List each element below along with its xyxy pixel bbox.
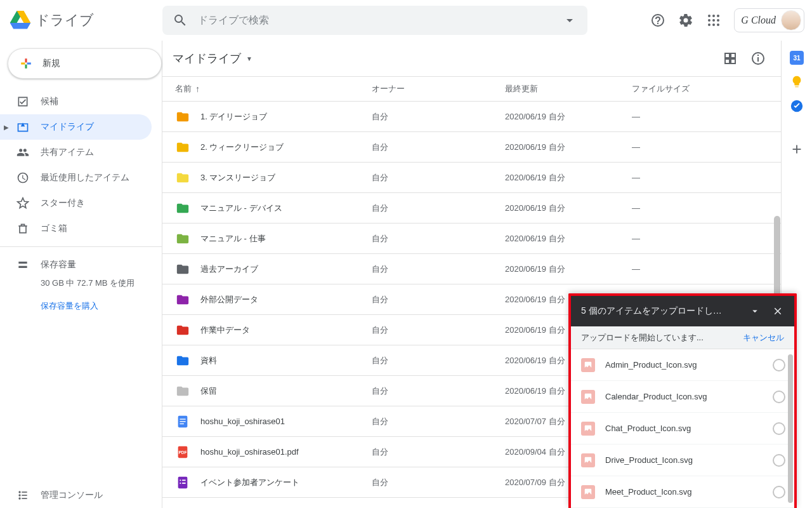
tasks-app-icon[interactable] <box>790 99 804 113</box>
search-options-icon[interactable] <box>557 8 582 33</box>
sidebar-item-label: 最近使用したアイテム <box>41 172 129 184</box>
logo-block[interactable]: ドライブ <box>8 8 162 33</box>
upload-file-name: Meet_Product_Icon.svg <box>605 487 773 497</box>
sidebar-item-suggestions[interactable]: 候補 <box>0 89 152 114</box>
svg-rect-26 <box>182 479 186 481</box>
file-name: 2. ウィークリージョブ <box>200 142 372 153</box>
file-name: 作業中データ <box>200 324 372 336</box>
file-owner: 自分 <box>372 385 505 397</box>
new-button[interactable]: 新規 <box>8 48 162 79</box>
sidebar-item-storage[interactable]: 保存容量 <box>16 252 154 277</box>
keep-app-icon[interactable] <box>790 75 804 89</box>
file-row[interactable]: 3. マンスリージョブ 自分 2020/06/19 自分 — <box>162 163 781 193</box>
file-size: — <box>632 112 771 121</box>
col-modified[interactable]: 最終更新 <box>505 83 632 95</box>
svg-point-11 <box>18 497 20 499</box>
image-file-icon <box>581 358 595 372</box>
calendar-app-icon[interactable]: 31 <box>790 51 804 65</box>
sidebar-item-starred[interactable]: スター付き <box>0 190 152 216</box>
avatar <box>781 10 801 30</box>
svg-point-1 <box>712 15 715 17</box>
svg-rect-19 <box>180 418 185 419</box>
image-file-icon <box>581 422 595 436</box>
file-modified: 2020/06/19 自分 <box>505 233 632 244</box>
upload-item[interactable]: Drive_Product_Icon.svg <box>571 444 794 476</box>
col-owner[interactable]: オーナー <box>372 83 505 95</box>
upload-scrollbar-thumb[interactable] <box>788 354 793 503</box>
search-bar[interactable] <box>162 6 587 35</box>
file-row[interactable]: 1. デイリージョブ 自分 2020/06/19 自分 — <box>162 102 781 132</box>
sidebar-item-mydrive[interactable]: ▶ マイドライブ <box>0 114 152 140</box>
folder-icon <box>175 140 190 155</box>
file-modified: 2020/06/19 自分 <box>505 142 632 153</box>
upload-item[interactable]: Admin_Product_Icon.svg <box>571 349 794 381</box>
storage-label: 保存容量 <box>41 259 76 271</box>
file-owner: 自分 <box>372 172 505 184</box>
upload-item[interactable]: Chat_Product_Icon.svg <box>571 413 794 444</box>
file-row[interactable]: マニュアル - デバイス 自分 2020/06/19 自分 — <box>162 193 781 224</box>
upload-file-name: Chat_Product_Icon.svg <box>605 424 773 433</box>
doc-icon <box>175 414 190 429</box>
col-name[interactable]: 名前 ↑ <box>175 83 372 95</box>
svg-rect-13 <box>22 495 27 496</box>
file-name: マニュアル - デバイス <box>200 203 372 214</box>
file-row[interactable]: マニュアル - 仕事 自分 2020/06/19 自分 — <box>162 224 781 254</box>
storage-block: 保存容量 30 GB 中 72.7 MB を使用 保存容量を購入 <box>0 252 162 312</box>
upload-title: 5 個のアイテムをアップロードし… <box>581 305 743 317</box>
svg-text:PDF: PDF <box>179 450 187 454</box>
file-name: 3. マンスリージョブ <box>200 172 372 184</box>
file-owner: 自分 <box>372 203 505 214</box>
account-chip[interactable]: G Cloud <box>734 8 804 32</box>
sidebar-item-shared[interactable]: 共有アイテム <box>0 140 152 165</box>
image-file-icon <box>581 485 595 499</box>
svg-rect-25 <box>180 479 181 481</box>
upload-item[interactable]: Calendar_Product_Icon.svg <box>571 381 794 413</box>
buy-storage-link[interactable]: 保存容量を購入 <box>41 300 154 312</box>
search-input[interactable] <box>193 15 557 26</box>
apps-icon[interactable] <box>701 8 726 33</box>
svg-rect-14 <box>22 498 27 499</box>
svg-point-0 <box>708 15 710 17</box>
sort-arrow-icon: ↑ <box>195 84 200 94</box>
svg-rect-27 <box>180 483 181 484</box>
folder-icon <box>175 170 190 185</box>
grid-view-icon[interactable] <box>717 46 743 71</box>
add-app-icon[interactable] <box>790 142 804 158</box>
sidebar-item-label: スター付き <box>41 197 85 209</box>
svg-rect-12 <box>22 491 27 493</box>
breadcrumb-label: マイドライブ <box>173 51 241 66</box>
upload-item[interactable]: Meet_Product_Icon.svg <box>571 476 794 508</box>
sidebar-item-trash[interactable]: ゴミ箱 <box>0 216 152 241</box>
svg-point-8 <box>717 23 719 26</box>
svg-rect-17 <box>757 55 759 56</box>
new-button-label: 新規 <box>43 58 60 69</box>
file-size: — <box>632 203 771 213</box>
image-file-icon <box>581 453 595 467</box>
file-name: 保留 <box>200 385 372 397</box>
file-name: 1. デイリージョブ <box>200 111 372 123</box>
sidebar-item-recent[interactable]: 最近使用したアイテム <box>0 165 152 190</box>
col-size[interactable]: ファイルサイズ <box>632 83 771 95</box>
sidebar-item-label: 共有アイテム <box>41 147 94 158</box>
folder-icon <box>175 353 190 368</box>
search-icon[interactable] <box>167 8 193 33</box>
help-icon[interactable] <box>645 8 671 33</box>
file-row[interactable]: 過去アーカイブ 自分 2020/06/19 自分 — <box>162 254 781 284</box>
svg-rect-20 <box>180 421 185 422</box>
breadcrumb[interactable]: マイドライブ ▼ <box>173 51 252 66</box>
file-size: — <box>632 264 771 274</box>
info-icon[interactable] <box>745 46 771 71</box>
upload-cancel-button[interactable]: キャンセル <box>743 332 784 344</box>
file-row[interactable]: 2. ウィークリージョブ 自分 2020/06/19 自分 — <box>162 132 781 163</box>
sidebar-item-admin[interactable]: 管理コンソール <box>0 483 152 508</box>
upload-progress-icon <box>773 454 785 467</box>
file-owner: 自分 <box>372 446 505 458</box>
collapse-icon[interactable] <box>743 300 766 323</box>
close-icon[interactable] <box>766 300 789 323</box>
settings-icon[interactable] <box>673 8 698 33</box>
svg-rect-16 <box>757 57 759 62</box>
file-name: hoshu_koji_oshirase01.pdf <box>200 447 372 457</box>
upload-progress-icon <box>773 391 785 403</box>
upload-progress-icon <box>773 422 785 435</box>
storage-usage: 30 GB 中 72.7 MB を使用 <box>41 277 154 289</box>
